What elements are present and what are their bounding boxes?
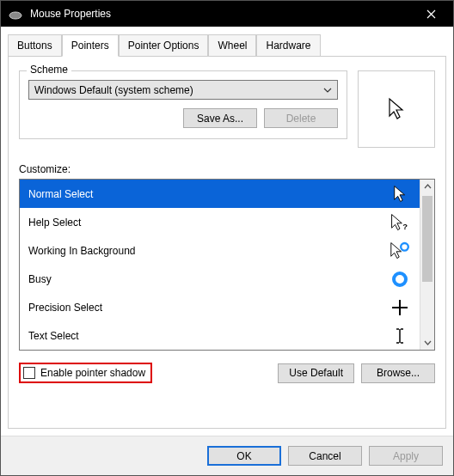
close-button[interactable] <box>412 1 450 27</box>
tab-pointer-options[interactable]: Pointer Options <box>119 34 209 57</box>
svg-text:?: ? <box>402 221 408 230</box>
arrow-cursor-icon <box>388 97 405 121</box>
list-item[interactable]: Working In Background <box>20 236 420 265</box>
tab-pane: Scheme Windows Default (system scheme) S… <box>8 56 446 429</box>
scroll-up-button[interactable] <box>420 180 434 194</box>
list-item[interactable]: Busy <box>20 265 420 293</box>
cursor-preview <box>358 70 435 148</box>
titlebar: Mouse Properties <box>1 1 453 27</box>
apply-button: Apply <box>369 446 443 466</box>
enable-shadow-highlight: Enable pointer shadow <box>19 363 152 383</box>
tab-hardware[interactable]: Hardware <box>256 34 320 57</box>
svg-point-2 <box>401 242 408 250</box>
svg-point-3 <box>394 273 406 285</box>
busy-cursor-icon <box>389 271 411 288</box>
tab-pointers[interactable]: Pointers <box>62 34 119 57</box>
cursor-name: Precision Select <box>28 302 102 314</box>
list-item[interactable]: Help Select ? <box>20 208 420 236</box>
tab-buttons[interactable]: Buttons <box>8 34 62 57</box>
scrollbar[interactable] <box>420 180 434 350</box>
window-title: Mouse Properties <box>30 8 412 20</box>
text-cursor-icon <box>389 327 411 345</box>
mouse-icon <box>8 9 23 19</box>
cursor-name: Normal Select <box>28 188 93 200</box>
list-item[interactable]: Text Select <box>20 321 420 350</box>
cursor-name: Working In Background <box>28 245 136 257</box>
cursor-name: Busy <box>28 273 52 285</box>
list-item[interactable]: Precision Select <box>20 293 420 321</box>
browse-button[interactable]: Browse... <box>361 363 435 383</box>
help-cursor-icon: ? <box>389 213 411 232</box>
cursor-name: Text Select <box>28 330 79 342</box>
mouse-properties-window: Mouse Properties Buttons Pointers Pointe… <box>0 0 454 476</box>
tab-wheel[interactable]: Wheel <box>208 34 256 57</box>
scheme-dropdown[interactable]: Windows Default (system scheme) <box>28 80 338 100</box>
scheme-legend: Scheme <box>27 64 71 76</box>
customize-label: Customize: <box>19 163 435 175</box>
svg-point-0 <box>9 12 21 19</box>
scheme-group: Scheme Windows Default (system scheme) S… <box>19 70 347 139</box>
enable-shadow-label: Enable pointer shadow <box>40 367 145 379</box>
scheme-value: Windows Default (system scheme) <box>34 84 193 96</box>
dialog-buttons: OK Cancel Apply <box>1 436 453 475</box>
cursor-listbox[interactable]: Normal Select Help Select ? Wo <box>19 179 435 351</box>
scroll-down-button[interactable] <box>420 335 434 350</box>
scroll-thumb[interactable] <box>422 196 433 282</box>
cancel-button[interactable]: Cancel <box>288 446 362 466</box>
cursor-name: Help Select <box>28 217 81 229</box>
ok-button[interactable]: OK <box>207 446 281 466</box>
arrow-cursor-icon <box>389 185 411 204</box>
tabstrip: Buttons Pointers Pointer Options Wheel H… <box>1 27 453 56</box>
list-item[interactable]: Normal Select <box>20 180 420 208</box>
cursor-list: Normal Select Help Select ? Wo <box>20 180 420 350</box>
use-default-button[interactable]: Use Default <box>278 363 354 383</box>
enable-shadow-checkbox[interactable] <box>23 367 35 379</box>
delete-button: Delete <box>264 108 338 128</box>
precision-cursor-icon <box>389 299 411 316</box>
chevron-down-icon <box>323 85 332 97</box>
save-as-button[interactable]: Save As... <box>183 108 257 128</box>
working-cursor-icon <box>389 241 411 260</box>
